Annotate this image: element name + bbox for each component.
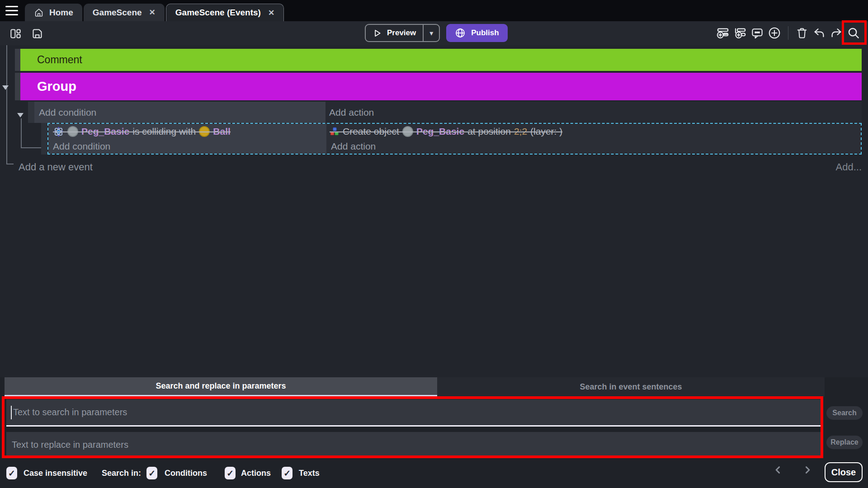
- condition-row[interactable]: Peg_Basic is colliding with Ball: [48, 124, 326, 139]
- event-drag-handle[interactable]: [28, 102, 34, 123]
- actions-label: Actions: [241, 469, 271, 478]
- case-insensitive-checkbox[interactable]: ✓: [6, 467, 17, 479]
- search-in-label: Search in:: [102, 469, 141, 478]
- action-coords: 2;2: [514, 126, 527, 137]
- event-drag-handle[interactable]: [15, 49, 20, 71]
- publish-button[interactable]: Publish: [446, 24, 507, 42]
- replace-input[interactable]: [6, 439, 821, 450]
- preview-button[interactable]: Preview ▾: [365, 24, 440, 42]
- preview-options-dropdown[interactable]: ▾: [423, 25, 439, 41]
- close-button[interactable]: Close: [825, 462, 863, 482]
- event-drag-handle[interactable]: [15, 73, 20, 100]
- toolbar-left-group: [8, 26, 44, 41]
- main-menu-icon[interactable]: [5, 6, 18, 15]
- texts-checkbox[interactable]: ✓: [282, 467, 292, 479]
- comment-event[interactable]: Comment: [15, 49, 862, 71]
- undo-icon[interactable]: [812, 26, 826, 40]
- actions-checkbox[interactable]: ✓: [225, 467, 236, 479]
- tree-line: [6, 164, 14, 164]
- add-new-event-label[interactable]: Add a new event: [19, 161, 93, 173]
- search-input-row: [6, 399, 821, 427]
- tree-line: [21, 118, 22, 148]
- add-circle-icon[interactable]: [767, 26, 782, 40]
- search-input[interactable]: [12, 407, 821, 418]
- toolbar-right-group: [716, 26, 861, 40]
- object-thumbnail-ball: [199, 126, 210, 137]
- search-button[interactable]: Search: [826, 406, 863, 420]
- object-thumbnail-peg: [67, 126, 78, 137]
- add-action-button[interactable]: Add action: [326, 102, 862, 123]
- add-condition-button[interactable]: Add condition: [34, 102, 326, 123]
- add-new-event-row[interactable]: Add a new event Add...: [15, 157, 862, 177]
- close-tab-icon[interactable]: ✕: [149, 8, 156, 17]
- tab-gamescene-events-label: GameScene (Events): [175, 8, 261, 18]
- redo-icon[interactable]: [829, 26, 844, 40]
- preview-button-main[interactable]: Preview: [366, 25, 423, 41]
- add-condition-button[interactable]: Add condition: [48, 139, 326, 154]
- add-comment-icon[interactable]: [750, 26, 764, 40]
- next-result-icon[interactable]: [803, 466, 811, 476]
- tab-gamescene[interactable]: GameScene ✕: [84, 4, 165, 21]
- condition-sentence: Peg_Basic is colliding with Ball: [53, 126, 231, 137]
- preview-button-label: Preview: [387, 28, 416, 38]
- publish-button-label: Publish: [471, 28, 499, 38]
- tab-search-replace-parameters[interactable]: Search and replace in parameters: [5, 377, 437, 397]
- actions-column: Create object Peg_Basic at position 2;2 …: [326, 124, 861, 154]
- comment-text[interactable]: Comment: [20, 49, 862, 71]
- events-sheet: Comment Group Add condition Add action: [0, 45, 868, 377]
- toolbar-divider: [788, 26, 788, 40]
- action-sentence: Create object Peg_Basic at position 2;2 …: [330, 126, 562, 137]
- action-text3: (layer: ): [530, 126, 562, 137]
- add-action-button[interactable]: Add action: [326, 139, 861, 154]
- play-icon: [373, 28, 382, 38]
- caret-down-icon: ▾: [429, 29, 433, 38]
- save-icon[interactable]: [30, 26, 44, 41]
- add-subevent-icon[interactable]: [733, 26, 747, 40]
- close-tab-icon[interactable]: ✕: [268, 8, 274, 18]
- search-options-row: ✓ Case insensitive Search in: ✓ Conditio…: [0, 458, 868, 488]
- add-more-button[interactable]: Add...: [836, 161, 862, 173]
- selected-event[interactable]: Peg_Basic is colliding with Ball Add con…: [47, 123, 862, 155]
- delete-icon[interactable]: [795, 26, 809, 40]
- globe-icon: [455, 28, 466, 38]
- replace-button[interactable]: Replace: [826, 436, 863, 449]
- collapse-event-icon[interactable]: [17, 113, 24, 117]
- case-insensitive-label: Case insensitive: [24, 469, 87, 478]
- previous-result-icon[interactable]: [774, 466, 782, 476]
- replace-input-row: [6, 432, 821, 458]
- group-event[interactable]: Group: [15, 73, 862, 100]
- add-event-icon[interactable]: [716, 26, 730, 40]
- open-tabs: Home GameScene ✕ GameScene (Events) ✕: [25, 4, 284, 21]
- tree-line: [21, 147, 41, 148]
- condition-text: is colliding with: [132, 126, 196, 137]
- condition-object1: Peg_Basic: [81, 126, 129, 137]
- tab-gamescene-events[interactable]: GameScene (Events) ✕: [166, 4, 284, 21]
- conditions-checkbox[interactable]: ✓: [146, 467, 157, 479]
- empty-event: Add condition Add action: [28, 102, 862, 123]
- conditions-column: Peg_Basic is colliding with Ball Add con…: [48, 124, 326, 154]
- tab-home[interactable]: Home: [25, 4, 82, 21]
- group-title[interactable]: Group: [20, 73, 862, 100]
- toolbar-center-group: Preview ▾ Publish: [365, 24, 508, 42]
- physics-behavior-icon: [53, 126, 64, 137]
- object-thumbnail-peg: [402, 126, 413, 137]
- search-icon[interactable]: [846, 26, 861, 40]
- event-drag-handle[interactable]: [41, 123, 47, 155]
- action-row[interactable]: Create object Peg_Basic at position 2;2 …: [326, 124, 861, 139]
- tree-line: [6, 45, 7, 164]
- condition-object2: Ball: [213, 126, 231, 137]
- events-toolbar: Preview ▾ Publish: [0, 21, 868, 45]
- search-panel-tabs: Search and replace in parameters Search …: [5, 377, 825, 397]
- action-text1: Create object: [343, 126, 399, 137]
- gdevelop-events-editor: Home GameScene ✕ GameScene (Events) ✕: [0, 0, 868, 488]
- collapse-group-icon[interactable]: [2, 85, 9, 90]
- home-icon: [34, 8, 44, 18]
- tab-gamescene-label: GameScene: [93, 8, 142, 18]
- toggle-panels-icon[interactable]: [8, 26, 23, 41]
- tab-search-event-sentences[interactable]: Search in event sentences: [437, 377, 825, 397]
- conditions-label: Conditions: [165, 469, 207, 478]
- create-object-icon: [330, 127, 340, 136]
- tab-home-label: Home: [49, 8, 73, 18]
- texts-label: Texts: [299, 469, 320, 478]
- search-panel: Search and replace in parameters Search …: [0, 377, 868, 488]
